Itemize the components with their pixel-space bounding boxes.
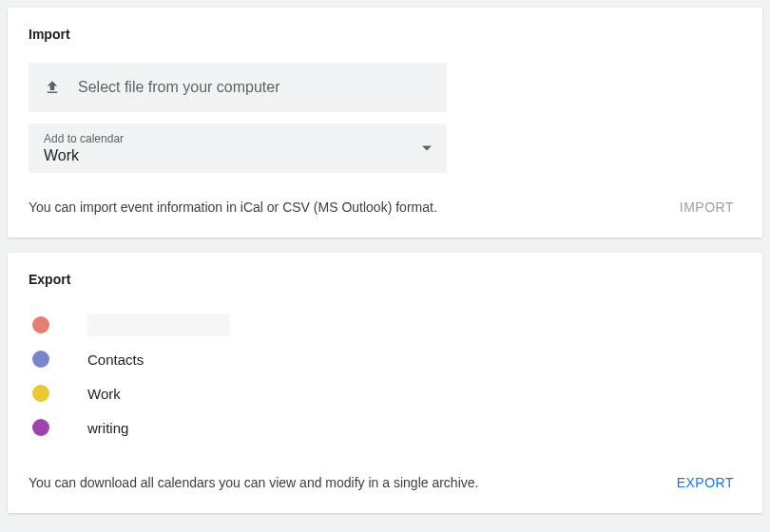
list-item [29, 308, 741, 342]
calendar-color-dot [32, 316, 49, 333]
select-file-label: Select file from your computer [78, 79, 280, 96]
export-title: Export [29, 272, 741, 287]
calendar-select-value: Work [44, 147, 432, 164]
import-card: Import Select file from your computer Ad… [8, 8, 762, 238]
calendar-name: writing [87, 420, 128, 436]
export-card: Export Contacts Work writing You can dow… [8, 253, 762, 513]
calendar-color-dot [32, 419, 49, 436]
export-button[interactable]: EXPORT [669, 469, 741, 496]
calendar-select-label: Add to calendar [44, 132, 432, 145]
import-button[interactable]: IMPORT [672, 194, 741, 220]
import-helper-text: You can import event information in iCal… [29, 200, 437, 215]
calendar-color-dot [32, 351, 49, 368]
import-title: Import [29, 27, 741, 42]
export-calendar-list: Contacts Work writing [29, 308, 741, 445]
import-footer: You can import event information in iCal… [29, 194, 741, 220]
select-file-button[interactable]: Select file from your computer [29, 63, 447, 112]
export-footer: You can download all calendars you can v… [29, 469, 741, 496]
upload-icon [44, 79, 61, 96]
export-helper-text: You can download all calendars you can v… [29, 475, 478, 490]
calendar-name-redacted [87, 314, 230, 336]
calendar-name: Contacts [87, 352, 144, 368]
calendar-select-dropdown[interactable]: Add to calendar Work [29, 124, 447, 173]
list-item: Contacts [29, 342, 741, 376]
calendar-name: Work [87, 386, 121, 402]
calendar-color-dot [32, 385, 49, 402]
list-item: Work [29, 376, 741, 410]
list-item: writing [29, 410, 741, 445]
